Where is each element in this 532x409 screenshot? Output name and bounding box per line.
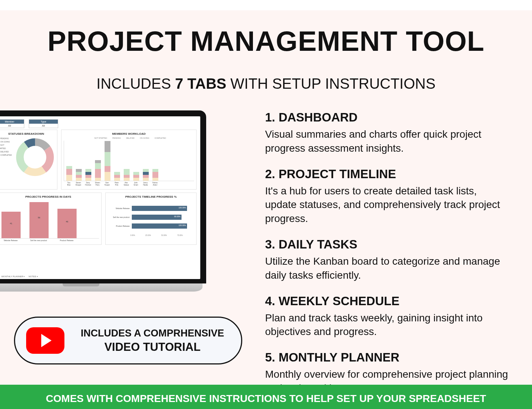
laptop-mockup: Member All Type All STATUSES BREAKDOWN xyxy=(0,110,206,292)
feature-desc: Utilize the Kanban board to categorize a… xyxy=(265,254,508,282)
progress-days-bars: 41 56 46 xyxy=(0,200,99,239)
feature-heading: 4. WEEKLY SCHEDULE xyxy=(265,294,508,308)
youtube-icon xyxy=(26,327,64,354)
dashboard-screenshot: Member All Type All STATUSES BREAKDOWN xyxy=(0,116,200,279)
subtitle-bold: 7 TABS xyxy=(175,75,226,92)
progress-days-labels: Website Release Sell the new product Pro… xyxy=(0,239,99,242)
filter-type-value: All xyxy=(29,124,58,128)
subtitle-post: WITH SETUP INSTRUCTIONS xyxy=(226,75,436,92)
timeline-pct-title: PROJECTS TIMELINE PROGRESS % xyxy=(108,195,194,198)
workload-title: MEMBERS WORKLOAD xyxy=(64,132,194,135)
workload-legend: NOT STARTED PENDING DELAYED ON GOING COM… xyxy=(64,137,194,139)
feature-heading: 5. MONTHLY PLANNER xyxy=(265,350,508,364)
legend-notstarted: NOT STARTED xyxy=(0,144,13,150)
sheet-tabs: LE MONTHLY PLANNER NOTES xyxy=(0,275,38,278)
feature-weekly-schedule: 4. WEEKLY SCHEDULE Plan and track tasks … xyxy=(265,294,508,339)
feature-daily-tasks: 3. DAILY TASKS Utilize the Kanban board … xyxy=(265,237,508,282)
filter-type-label: Type xyxy=(29,120,58,124)
progress-days-title: PROJECTS PROGRESS IN DAYS xyxy=(0,195,99,198)
video-tutorial-callout: INCLUDES A COMPRHENSIVE VIDEO TUTORIAL xyxy=(14,317,242,364)
feature-dashboard: 1. DASHBOARD Visual summaries and charts… xyxy=(265,110,508,155)
workload-bars xyxy=(64,141,194,181)
statuses-legend: PENDING ON GOING NOT STARTED DELAYED COM… xyxy=(0,137,13,157)
feature-heading: 3. DAILY TASKS xyxy=(265,237,508,251)
bottom-banner: COMES WITH COMPREHENSIVE INSTRUCTIONS TO… xyxy=(0,385,532,409)
timeline-pct-rows: Website Release100.00% Sell the new prod… xyxy=(108,200,194,235)
timeline-pct-panel: PROJECTS TIMELINE PROGRESS % Website Rel… xyxy=(105,193,197,245)
feature-heading: 1. DASHBOARD xyxy=(265,110,508,124)
top-strip xyxy=(0,0,532,10)
legend-pending: PENDING xyxy=(0,137,13,140)
video-line1: INCLUDES A COMPRHENSIVE xyxy=(75,328,230,339)
feature-project-timeline: 2. PROJECT TIMELINE It's a hub for users… xyxy=(265,167,508,226)
legend-delayed: DELAYED xyxy=(0,150,13,154)
statuses-title: STATUSES BREAKDOWN xyxy=(0,132,55,135)
timeline-pct-ticks: 0.00% 25.00% 50.00% 75.00% xyxy=(108,235,194,236)
features-list: 1. DASHBOARD Visual summaries and charts… xyxy=(265,110,523,407)
subtitle-pre: INCLUDES xyxy=(96,75,175,92)
video-line2: VIDEO TUTORIAL xyxy=(75,341,230,354)
legend-completed: COMPLETED xyxy=(0,154,13,157)
sheet-tab: NOTES xyxy=(28,275,38,278)
filter-member-value: All xyxy=(0,124,24,128)
workload-member-labels: Tory Blue Steven Morgan Dany Fridman Sha… xyxy=(64,181,194,187)
filter-type: Type All xyxy=(29,119,58,128)
laptop-base xyxy=(0,283,202,292)
legend-ongoing: ON GOING xyxy=(0,140,13,144)
workload-panel: MEMBERS WORKLOAD NOT STARTED PENDING DEL… xyxy=(61,130,197,190)
feature-desc: Plan and track tasks weekly, gaining ins… xyxy=(265,311,508,339)
feature-heading: 2. PROJECT TIMELINE xyxy=(265,167,508,181)
feature-desc: Visual summaries and charts offer quick … xyxy=(265,127,508,155)
donut-chart-icon xyxy=(15,137,55,177)
feature-desc: It's a hub for users to create detailed … xyxy=(265,184,508,226)
subtitle: INCLUDES 7 TABS WITH SETUP INSTRUCTIONS xyxy=(0,75,532,92)
progress-days-panel: PROJECTS PROGRESS IN DAYS 41 56 46 Websi… xyxy=(0,193,102,245)
filter-member: Member All xyxy=(0,119,24,128)
page-title: PROJECT MANAGEMENT TOOL xyxy=(0,25,532,57)
filter-member-label: Member xyxy=(0,120,24,124)
sheet-tab: MONTHLY PLANNER xyxy=(1,275,25,278)
statuses-panel: STATUSES BREAKDOWN PENDING ON GOING NOT … xyxy=(0,130,57,190)
